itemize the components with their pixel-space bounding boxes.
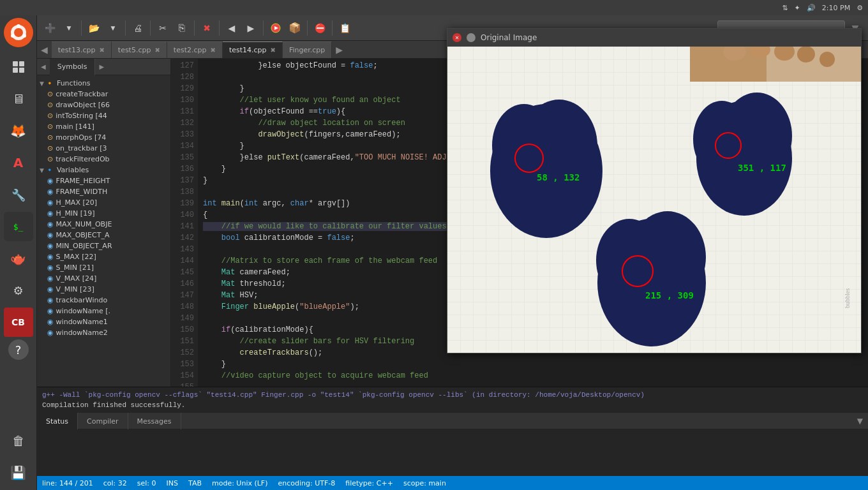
image-viewer-close[interactable]: ✕ [453,33,461,42]
stop-button[interactable]: ⛔ [311,19,329,37]
tab-test2[interactable]: test2.cpp ✖ [167,41,223,58]
var-windowname1[interactable]: ◉ windowName1 [37,316,170,327]
fn-icon: ⊙ [47,90,53,98]
fn-icon6: ⊙ [47,144,53,152]
run-button[interactable] [267,19,285,37]
var-icon11: ◉ [47,285,54,293]
var-vmin-label: V_MIN [23] [56,285,94,293]
var-maxobjarea[interactable]: ◉ MAX_OBJECT_A [37,230,170,241]
svg-point-1 [14,28,23,37]
status-filetype: filetype: C++ [345,479,393,487]
var-trackbarwindo[interactable]: ◉ trackbarWindo [37,295,170,306]
bottom-tab-status[interactable]: Status [37,413,78,429]
build-button[interactable]: 📦 [286,19,304,37]
var-trackbarwindo-label: trackbarWindo [56,296,108,304]
var-hmax[interactable]: ◉ H_MAX [20] [37,197,170,208]
help-icon[interactable]: ? [8,339,29,360]
cut-button[interactable]: ✂ [154,19,172,37]
functions-group[interactable]: ▼ 🔸 Functions [37,78,170,89]
build-output: g++ -Wall `pkg-config opencv --cflags` "… [37,387,868,413]
files-icon[interactable] [4,52,33,82]
bottom-panel: g++ -Wall `pkg-config opencv --cflags` "… [37,387,868,476]
image-viewer-content: 58 , 132 351 , 117 215 , 309 bubbles [447,47,861,353]
open-dropdown-button[interactable]: ▼ [104,19,122,37]
var-windowname[interactable]: ◉ windowName [. [37,306,170,316]
tab-test5[interactable]: test5.cpp ✖ [112,41,167,58]
open-button[interactable]: 📂 [85,19,103,37]
var-hmin[interactable]: ◉ H_MIN [19] [37,208,170,219]
tab-test14[interactable]: test14.cpp ✖ [223,41,283,58]
var-smax[interactable]: ◉ S_MAX [22] [37,251,170,262]
var-framewidth[interactable]: ◉ FRAME_WIDTH [37,186,170,197]
var-icon8: ◉ [47,253,54,261]
fn-createTrackbar[interactable]: ⊙ createTrackbar [37,89,170,100]
tab-test14-close[interactable]: ✖ [271,47,276,54]
new-file-button[interactable]: ➕ [41,19,59,37]
copy-button[interactable]: ⎘ [173,19,191,37]
new-dropdown-button[interactable]: ▼ [60,19,78,37]
var-icon12: ◉ [47,296,54,304]
var-smax-label: S_MAX [22] [56,253,96,261]
symbols-tab-label: Symbols [57,63,87,71]
forward-button[interactable]: ▶ [242,19,260,37]
tab-test13-close[interactable]: ✖ [99,47,104,54]
var-icon10: ◉ [47,274,54,283]
save-icon[interactable]: 💾 [4,458,33,487]
settings2-icon[interactable]: ⚙ [4,276,33,305]
ubuntu-logo[interactable] [4,18,33,47]
var-vmax[interactable]: ◉ V_MAX [24] [37,273,170,284]
variables-group[interactable]: ▼ 🔹 Variables [37,165,170,175]
symbols-right-arrow[interactable]: ▶ [95,59,108,75]
svg-point-28 [596,219,662,302]
functions-toggle[interactable]: ▼ [40,80,44,87]
var-minobjarea[interactable]: ◉ MIN_OBJECT_AR [37,241,170,251]
bottom-tab-messages[interactable]: Messages [128,413,181,429]
fn-trackFiltered[interactable]: ⊙ trackFilteredOb [37,154,170,165]
var-vmin[interactable]: ◉ V_MIN [23] [37,284,170,295]
tab-finger[interactable]: Finger.cpp [283,41,332,58]
fn-morphOps-label: morphOps [74 [56,133,106,142]
fn-onTrackbar[interactable]: ⊙ on_trackbar [3 [37,143,170,154]
var-maxnumobj[interactable]: ◉ MAX_NUM_OBJE [37,219,170,230]
fn-drawObject[interactable]: ⊙ drawObject [66 [37,100,170,110]
bottom-tab-compiler[interactable]: Compiler [78,413,128,429]
var-windowname-label: windowName [. [56,307,110,315]
var-framewidth-label: FRAME_WIDTH [56,188,108,196]
teapot-icon[interactable]: 🫖 [4,244,33,273]
symbols-left-arrow[interactable]: ◀ [37,59,50,75]
var-smin[interactable]: ◉ S_MIN [21] [37,262,170,273]
symbols-tab[interactable]: Symbols [50,59,96,75]
fn-intToString[interactable]: ⊙ intToString [44 [37,110,170,121]
fn-morphOps[interactable]: ⊙ morphOps [74 [37,132,170,143]
tab-test13[interactable]: test13.cpp ✖ [52,41,112,58]
variables-toggle[interactable]: ▼ [40,167,44,174]
tab-right-arrow[interactable]: ▶ [332,41,347,58]
tab-left-arrow[interactable]: ◀ [37,41,52,58]
bottom-panel-arrow[interactable]: ▼ [852,413,868,429]
image-viewer-min[interactable] [467,33,475,42]
settings-icon[interactable]: ⚙ [857,4,863,12]
status-sel: sel: 0 [137,479,156,487]
fn-main[interactable]: ⊙ main [141] [37,121,170,132]
tab-finger-label: Finger.cpp [289,46,325,54]
var-frameheight[interactable]: ◉ FRAME_HEIGHT [37,175,170,186]
tab-test5-close[interactable]: ✖ [154,47,160,54]
svg-point-2 [17,24,20,28]
paste-button[interactable]: 📋 [336,19,354,37]
var-minobjarea-label: MIN_OBJECT_AR [56,242,112,250]
print-button[interactable]: 🖨 [129,19,147,37]
monitor-icon[interactable]: 🖥 [4,84,33,114]
red-app-icon[interactable]: CB [4,308,33,337]
system-bar-right: ⇅ ✦ 🔊 2:10 PM ⚙ [782,4,863,12]
font-icon[interactable]: A [4,148,33,177]
svg-rect-8 [19,68,24,73]
var-windowname2[interactable]: ◉ windowName2 [37,327,170,338]
firefox-icon[interactable]: 🦊 [4,116,33,145]
close-button[interactable]: ✖ [198,19,216,37]
tab-test2-close[interactable]: ✖ [210,47,215,54]
svg-text:bubbles: bubbles [844,288,851,308]
back-button[interactable]: ◀ [223,19,241,37]
tools-icon[interactable]: 🔧 [4,180,33,209]
trash-icon[interactable]: 🗑 [4,426,33,456]
terminal-icon[interactable]: $_ [4,212,33,241]
